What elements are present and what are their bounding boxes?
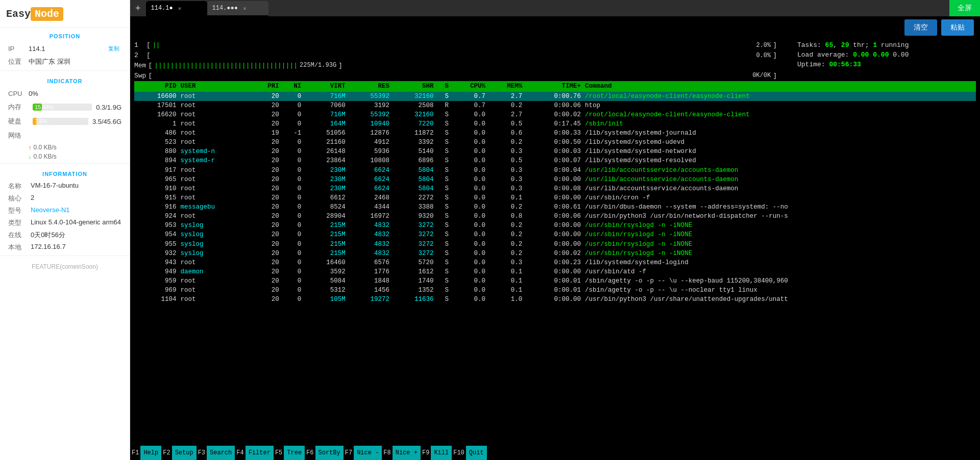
funcbar-item-f9[interactable]: F9Kill — [421, 446, 452, 460]
cell-cpu: 0.0 — [451, 147, 487, 156]
funcbar-item-f5[interactable]: F5Tree — [274, 446, 305, 460]
func-key-f4: F4 — [235, 449, 245, 456]
func-label-kill: Kill — [431, 446, 452, 460]
funcbar-item-f7[interactable]: F7Nice - — [344, 446, 382, 460]
funcbar-item-f10[interactable]: F10Quit — [452, 446, 486, 460]
clear-button[interactable]: 清空 — [904, 19, 937, 36]
table-row[interactable]: 965 root 20 0 230M 6624 5804 S 0.0 0.3 0… — [134, 175, 976, 184]
cell-res: 16972 — [348, 212, 391, 221]
table-row[interactable]: 910 root 20 0 230M 6624 5804 S 0.0 0.3 0… — [134, 184, 976, 193]
cell-cpu: 0.7 — [451, 92, 487, 101]
table-row[interactable]: 916 messagebu 20 0 8524 4344 3388 S 0.0 … — [134, 202, 976, 212]
fullscreen-button[interactable]: 全屏 — [949, 0, 980, 16]
cell-res: 10940 — [348, 119, 391, 129]
cell-mem: 0.1 — [487, 267, 524, 276]
cell-res: 1848 — [348, 276, 391, 286]
tab-2[interactable]: 114.●●● ✕ — [207, 1, 268, 16]
mem-htop-val: 225M/1.93G — [300, 61, 336, 70]
table-row[interactable]: 932 syslog 20 0 215M 4832 3272 S 0.0 0.2… — [134, 249, 976, 258]
cell-shr: 7220 — [391, 119, 435, 129]
cell-cpu: 0.0 — [451, 258, 487, 267]
cell-user: syslog — [178, 249, 251, 258]
cell-pid: 880 — [134, 147, 178, 156]
cell-mem: 0.3 — [487, 147, 524, 156]
cell-ni: 0 — [281, 166, 304, 175]
table-row[interactable]: 954 syslog 20 0 215M 4832 3272 S 0.0 0.2… — [134, 230, 976, 239]
cell-pri: 20 — [252, 101, 281, 110]
cell-s: S — [435, 156, 450, 165]
funcbar-item-f3[interactable]: F3Search — [197, 446, 235, 460]
net-up-value: 0.0 KB/s — [34, 144, 57, 151]
cell-cmd: /sbin/init — [583, 119, 976, 129]
func-key-f3: F3 — [197, 449, 207, 456]
cell-s: S — [435, 267, 450, 276]
funcbar-item-f8[interactable]: F8Nice + — [382, 446, 421, 460]
table-row[interactable]: 16600 root 20 0 716M 55392 32160 S 0.7 2… — [134, 92, 976, 101]
cell-shr: 1612 — [391, 267, 435, 276]
table-row[interactable]: 924 root 20 0 28904 16972 9320 S 0.0 0.8… — [134, 212, 976, 221]
cpu1-pct: 2.0% — [756, 41, 771, 50]
table-row[interactable]: 915 root 20 0 6612 2468 2272 S 0.0 0.1 0… — [134, 193, 976, 202]
cell-cpu: 0.0 — [451, 276, 487, 286]
tab-2-close-icon[interactable]: ✕ — [243, 5, 247, 12]
cell-ni: 0 — [281, 221, 304, 230]
cell-mem: 0.8 — [487, 212, 524, 221]
cell-mem: 0.3 — [487, 258, 524, 267]
table-row[interactable]: 486 root 19 -1 51056 12876 11872 S 0.0 0… — [134, 129, 976, 138]
cell-pri: 20 — [252, 295, 281, 304]
disk-progress-bar: 7.6% — [33, 118, 88, 125]
model-label: 型号 — [8, 206, 31, 215]
cell-cmd: /usr/bin/python3 /usr/share/unattended-u… — [583, 295, 976, 304]
ip-row: IP 114.1 复制 — [0, 42, 130, 55]
col-pri: PRI — [252, 81, 281, 91]
table-row[interactable]: 1104 root 20 0 105M 19272 11636 S 0.0 1.… — [134, 295, 976, 304]
copy-button[interactable]: 复制 — [106, 44, 121, 53]
table-row[interactable]: 880 systemd-n 20 0 26148 5936 5140 S 0.0… — [134, 147, 976, 156]
cell-time: 0:00.61 — [524, 202, 583, 212]
proc-table-header: PID USER PRI NI VIRT RES SHR S CPU% MEM%… — [134, 81, 976, 91]
model-row: 型号 Neoverse-N1 — [0, 205, 130, 217]
cell-cpu: 0.0 — [451, 166, 487, 175]
table-row[interactable]: 523 root 20 0 21160 4912 3392 S 0.0 0.2 … — [134, 138, 976, 147]
funcbar-item-f1[interactable]: F1Help — [130, 446, 161, 460]
tab-1[interactable]: 114.1● ✕ — [146, 1, 207, 16]
cell-pid: 943 — [134, 258, 178, 267]
cell-user: root — [178, 212, 251, 221]
cell-ni: 0 — [281, 240, 304, 249]
table-row[interactable]: 949 daemon 20 0 3592 1776 1612 S 0.0 0.1… — [134, 267, 976, 276]
table-row[interactable]: 955 syslog 20 0 215M 4832 3272 S 0.0 0.2… — [134, 240, 976, 249]
table-row[interactable]: 894 systemd-r 20 0 23864 10808 6896 S 0.… — [134, 156, 976, 165]
terminal[interactable]: 1 [ || 2.0% ] 2 [ 0.0% ] Mem [ | — [130, 39, 980, 446]
func-key-f9: F9 — [421, 449, 431, 456]
cell-pid: 894 — [134, 156, 178, 165]
table-row[interactable]: 16620 root 20 0 716M 55392 32160 S 0.0 2… — [134, 110, 976, 119]
cell-time: 0:00.01 — [524, 276, 583, 286]
cell-virt: 5312 — [303, 286, 347, 295]
funcbar-item-f4[interactable]: F4Filter — [235, 446, 274, 460]
cell-s: S — [435, 295, 450, 304]
cell-s: S — [435, 202, 450, 212]
cell-virt: 8524 — [303, 202, 347, 212]
funcbar-item-f6[interactable]: F6SortBy — [305, 446, 344, 460]
cell-mem: 0.5 — [487, 119, 524, 129]
cell-s: S — [435, 193, 450, 202]
cell-time: 0:00.08 — [524, 184, 583, 193]
cell-pri: 20 — [252, 212, 281, 221]
type-label: 类型 — [8, 218, 31, 227]
cell-pri: 20 — [252, 110, 281, 119]
cell-pid: 1104 — [134, 295, 178, 304]
add-tab-button[interactable]: + — [130, 0, 146, 16]
table-row[interactable]: 969 root 20 0 5312 1456 1352 S 0.0 0.1 0… — [134, 286, 976, 295]
table-row[interactable]: 1 root 20 0 164M 10940 7220 S 0.0 0.5 0:… — [134, 119, 976, 129]
paste-button[interactable]: 粘贴 — [941, 19, 974, 36]
table-row[interactable]: 959 root 20 0 5084 1848 1740 S 0.0 0.1 0… — [134, 276, 976, 286]
table-row[interactable]: 953 syslog 20 0 215M 4832 3272 S 0.0 0.2… — [134, 221, 976, 230]
funcbar-item-f2[interactable]: F2Setup — [161, 446, 196, 460]
tab-1-close-icon[interactable]: ✕ — [178, 5, 182, 12]
table-row[interactable]: 17501 root 20 0 7060 3192 2508 R 0.7 0.2… — [134, 101, 976, 110]
cell-virt: 215M — [303, 230, 347, 239]
table-row[interactable]: 943 root 20 0 16460 6576 5720 S 0.0 0.3 … — [134, 258, 976, 267]
table-row[interactable]: 917 root 20 0 230M 6624 5804 S 0.0 0.3 0… — [134, 166, 976, 175]
func-key-f10: F10 — [452, 449, 466, 456]
cell-s: S — [435, 175, 450, 184]
